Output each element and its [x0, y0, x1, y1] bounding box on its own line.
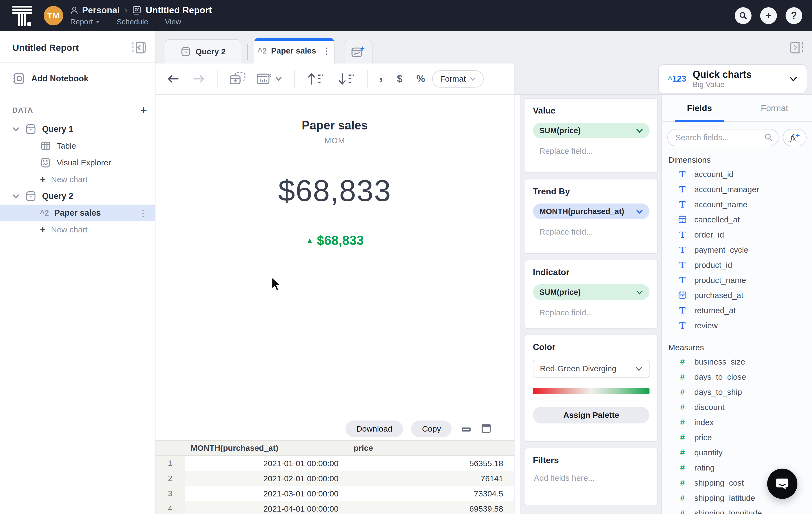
collapse-table-button[interactable] — [461, 424, 472, 434]
field-account-manager[interactable]: Taccount_manager — [662, 182, 812, 197]
column-header-month[interactable]: MONTH(purchased_at) — [185, 443, 348, 453]
big-value: $68,833 — [155, 173, 514, 208]
field-payment-cycle[interactable]: Tpayment_cycle — [662, 242, 812, 258]
table-row[interactable]: 3 2021-03-01 00:00:00 73304.5 — [155, 486, 514, 501]
indicator-field-pill[interactable]: SUM(price) — [533, 284, 649, 300]
table-row[interactable]: 4 2021-04-01 00:00:00 69539.58 — [155, 501, 514, 514]
number-type-icon: # — [677, 402, 687, 412]
column-header-price[interactable]: price — [348, 443, 514, 453]
dollar-icon: $ — [397, 73, 402, 85]
menu-report[interactable]: Report — [70, 18, 100, 26]
fields-panel: Fields Format — [662, 95, 812, 514]
field-cancelled-at[interactable]: cancelled_at — [662, 212, 812, 227]
value-replace-dropzone[interactable]: Replace field... — [533, 146, 649, 156]
field-index[interactable]: #index — [662, 415, 812, 430]
sidebar-item-visual-explorer[interactable]: Visual Explorer — [0, 154, 155, 171]
expand-panel-icon — [789, 41, 804, 54]
trend-by-replace-dropzone[interactable]: Replace field... — [533, 227, 649, 237]
expand-table-button[interactable] — [481, 423, 492, 435]
tab-paper-sales[interactable]: ^2 Paper sales ⋮ — [254, 37, 335, 63]
new-chart-tab-button[interactable] — [344, 40, 373, 63]
field-business-size[interactable]: #business_size — [662, 354, 812, 370]
chart-config-panel: Value SUM(price) Replace field... Trend … — [521, 95, 662, 514]
sidebar-item-paper-sales[interactable]: ^2 Paper sales ⋮ — [0, 205, 155, 221]
indicator-label: Indicator — [533, 267, 649, 277]
field-returned-at[interactable]: Treturned_at — [662, 303, 812, 318]
brand-logo-icon[interactable] — [11, 4, 33, 27]
breadcrumb-report-title[interactable]: Untitled Report — [145, 5, 212, 16]
chart-toolbar: , $ % Format — [155, 63, 515, 95]
menu-schedule[interactable]: Schedule — [117, 18, 148, 26]
field-purchased-at[interactable]: purchased_at — [662, 288, 812, 303]
trend-by-card: Trend By MONTH(purchased_at) Replace fie… — [525, 179, 658, 254]
sort-descending-button[interactable] — [337, 72, 356, 86]
palette-select[interactable]: Red-Green Diverging — [533, 360, 649, 378]
value-field-pill[interactable]: SUM(price) — [533, 123, 649, 138]
search-button[interactable] — [735, 7, 752, 24]
sidebar-item-query1[interactable]: -* Query 1 — [0, 121, 155, 138]
quick-charts-dropdown[interactable]: ^123 Quick charts Big Value — [658, 64, 807, 93]
sidebar-item-table[interactable]: Table — [0, 138, 155, 154]
undo-button[interactable] — [166, 74, 180, 84]
tab-kebab-menu-icon[interactable]: ⋮ — [322, 46, 331, 56]
trend-by-field-pill[interactable]: MONTH(purchased_at) — [533, 204, 649, 219]
comma-format-button[interactable]: , — [379, 71, 383, 87]
duplicate-chart-button[interactable] — [229, 71, 247, 86]
number-type-icon: # — [677, 463, 687, 472]
field-quantity[interactable]: #quantity — [662, 445, 812, 460]
indicator-replace-dropzone[interactable]: Replace field... — [533, 308, 649, 317]
field-review[interactable]: Treview — [662, 318, 812, 333]
field-days-to-ship[interactable]: #days_to_ship — [662, 384, 812, 400]
new-chart-query1-button[interactable]: + New chart — [0, 171, 155, 188]
result-table: MONTH(purchased_at) price 1 2021-01-01 0… — [155, 440, 514, 514]
download-button[interactable]: Download — [346, 421, 403, 437]
redo-button[interactable] — [192, 74, 206, 84]
field-account-name[interactable]: Taccount_name — [662, 197, 812, 212]
menu-view[interactable]: View — [165, 18, 181, 26]
sort-ascending-button[interactable] — [306, 72, 325, 86]
add-notebook-button[interactable]: Add Notebook — [0, 63, 155, 93]
add-formula-button[interactable]: ƒx+ — [783, 129, 807, 146]
toolbar-separator — [217, 70, 218, 87]
number-type-icon: # — [677, 387, 687, 397]
new-chart-query2-button[interactable]: + New chart — [0, 221, 155, 238]
search-fields-input[interactable] — [667, 129, 779, 146]
add-button[interactable]: + — [760, 7, 777, 24]
tab-fields[interactable]: Fields — [662, 95, 737, 121]
data-section-label: DATA — [12, 106, 33, 115]
sidebar: Untitled Report Add Notebook — [0, 31, 155, 514]
quick-charts-strip: ^123 Quick charts Big Value — [515, 63, 812, 95]
tab-query2[interactable]: -* Query 2 — [165, 39, 241, 63]
chevron-down-icon[interactable] — [12, 194, 20, 199]
table-row[interactable]: 1 2021-01-01 00:00:00 56355.18 — [155, 456, 514, 471]
expand-panel-button[interactable] — [789, 41, 804, 55]
field-account-id[interactable]: Taccount_id — [662, 167, 812, 182]
kebab-menu-icon[interactable]: ⋮ — [139, 208, 147, 218]
copy-button[interactable]: Copy — [411, 421, 452, 437]
tab-format[interactable]: Format — [737, 95, 812, 121]
field-days-to-close[interactable]: #days_to_close — [662, 370, 812, 384]
chevron-down-icon[interactable] — [12, 127, 20, 132]
add-query-button[interactable]: + — [140, 105, 147, 116]
breadcrumb-workspace[interactable]: Personal — [82, 5, 120, 16]
help-button[interactable]: ? — [786, 7, 802, 24]
sidebar-item-query2[interactable]: -* Query 2 — [0, 188, 155, 205]
field-product-name[interactable]: Tproduct_name — [662, 273, 812, 288]
delete-chart-button[interactable] — [256, 71, 283, 86]
assign-palette-button[interactable]: Assign Palette — [533, 407, 649, 424]
collapse-sidebar-icon[interactable] — [132, 41, 147, 54]
format-dropdown[interactable]: Format — [432, 70, 484, 87]
percent-format-button[interactable]: % — [416, 73, 425, 85]
filters-dropzone[interactable]: Add fields here... — [533, 474, 649, 483]
text-type-icon: T — [677, 169, 687, 179]
avatar[interactable]: TM — [44, 6, 63, 25]
chat-support-button[interactable] — [767, 468, 798, 499]
field-order-id[interactable]: Torder_id — [662, 227, 812, 242]
field-discount[interactable]: #discount — [662, 400, 812, 415]
table-row[interactable]: 2 2021-02-01 00:00:00 76141 — [155, 471, 514, 486]
field-product-id[interactable]: Tproduct_id — [662, 258, 812, 273]
field-price[interactable]: #price — [662, 430, 812, 445]
text-type-icon: T — [677, 185, 687, 194]
field-shipping-longitude[interactable]: #shipping_longitude — [662, 506, 812, 514]
currency-format-button[interactable]: $ — [397, 73, 402, 85]
